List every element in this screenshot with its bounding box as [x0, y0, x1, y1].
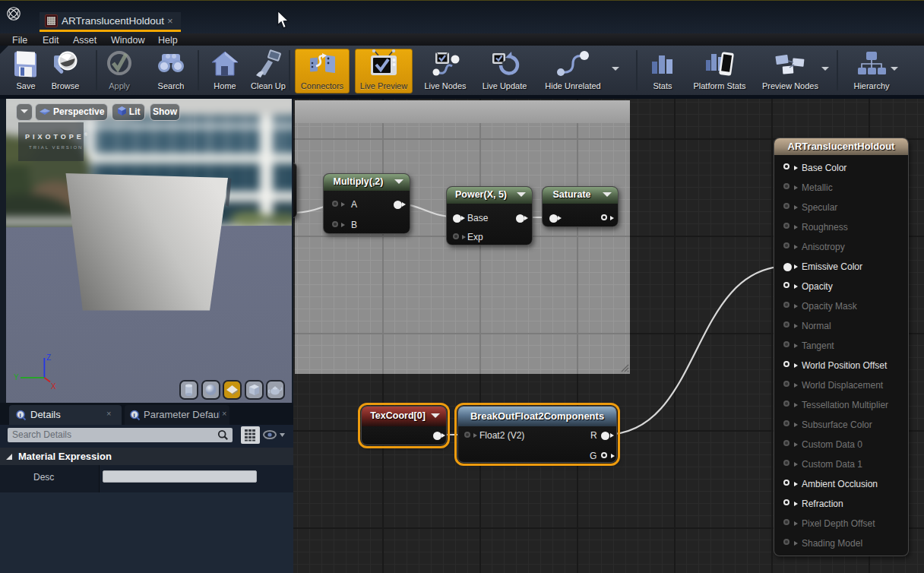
- svg-text:X: X: [51, 382, 56, 391]
- svg-text:Y: Y: [14, 373, 19, 381]
- svg-text:Z: Z: [46, 353, 51, 362]
- svg-text:i: i: [19, 412, 21, 419]
- svg-text:i: i: [133, 412, 134, 419]
